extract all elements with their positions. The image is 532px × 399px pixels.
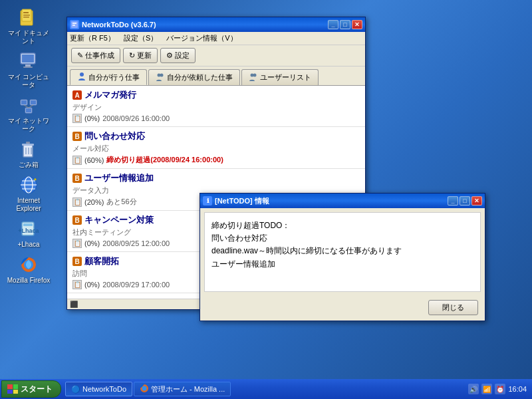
- windows-logo: [7, 384, 18, 394]
- task-remaining: あと56分: [106, 197, 136, 207]
- refresh-icon: ↻: [129, 51, 135, 60]
- task-date: 2008/09/25 12:00:00: [102, 239, 170, 247]
- dialog-line-3: deadline.wav～時間以内に締切になる仕事があります: [211, 245, 473, 257]
- dialog-close-title[interactable]: ✕: [471, 196, 482, 205]
- toolbar: ✎ 仕事作成 ↻ 更新 ⚙ 設定: [67, 45, 365, 66]
- task-progress-icon: 📋: [72, 239, 82, 248]
- svg-rect-3: [23, 15, 30, 16]
- task-progress: (0%): [84, 114, 100, 122]
- svg-rect-29: [23, 223, 33, 226]
- my-computer-icon[interactable]: マイ コンピュータ: [5, 51, 52, 89]
- my-network-icon[interactable]: マイ ネットワーク: [5, 94, 52, 133]
- dialog-window: ℹ [NetTODO] 情報 _ □ ✕ 締め切り超過TODO： 問い合わせ対応…: [200, 193, 485, 321]
- settings-button[interactable]: ⚙ 設定: [160, 48, 196, 63]
- settings-icon: ⚙: [166, 51, 173, 60]
- priority-badge: A: [72, 90, 82, 100]
- desktop-icons: マイ ドキュメント マイ コンピュータ: [5, 7, 52, 285]
- taskbar-item-icon: 🔵: [71, 385, 80, 394]
- svg-rect-7: [25, 65, 31, 66]
- svg-rect-8: [23, 66, 33, 68]
- desktop: マイ ドキュメント マイ コンピュータ: [0, 0, 532, 399]
- maximize-button[interactable]: □: [340, 20, 350, 29]
- svg-point-42: [142, 386, 147, 391]
- priority-badge: B: [72, 257, 82, 266]
- svg-rect-18: [22, 144, 34, 146]
- task-date: 2008/09/29 17:00:00: [102, 281, 170, 289]
- task-progress: (0%): [84, 281, 100, 289]
- task-progress: (20%): [84, 198, 104, 206]
- task-progress-icon: 📋: [72, 156, 82, 165]
- priority-badge: B: [72, 132, 82, 141]
- tray-icon-3[interactable]: ⏰: [495, 384, 505, 394]
- dialog-line-2: 問い合わせ対応: [211, 232, 473, 245]
- svg-point-36: [80, 72, 84, 76]
- main-window-titlebar[interactable]: NetworkToDo (v3.6.7) _ □ ✕: [67, 17, 365, 32]
- tray-icon-2[interactable]: 📶: [481, 384, 492, 394]
- start-button[interactable]: スタート: [1, 380, 61, 398]
- svg-rect-12: [31, 100, 36, 104]
- svg-rect-14: [26, 108, 31, 112]
- task-progress-icon: 📋: [72, 198, 82, 207]
- menu-settings[interactable]: 設定（S）: [124, 34, 158, 42]
- my-documents-icon[interactable]: マイ ドキュメント: [5, 7, 52, 45]
- task-category: デザイン: [72, 102, 360, 112]
- refresh-button[interactable]: ↻ 更新: [123, 48, 158, 63]
- task-progress: (0%): [84, 239, 100, 247]
- dialog-maximize[interactable]: □: [460, 196, 470, 205]
- create-task-icon: ✎: [77, 51, 83, 60]
- svg-text:+Lhaca: +Lhaca: [18, 227, 39, 234]
- dialog-titlebar[interactable]: ℹ [NetTODO] 情報 _ □ ✕: [200, 194, 485, 208]
- system-time: 16:04: [508, 385, 527, 393]
- taskbar: スタート 🔵 NetworkToDo 管理ホーム - Mozilla ... �: [0, 379, 532, 399]
- dialog-content: 締め切り超過TODO： 問い合わせ対応 deadline.wav～時間以内に締切…: [204, 212, 481, 292]
- tab-bar: 自分が行う仕事 自分が依頼した仕事: [67, 66, 365, 86]
- tab-delegated-icon: [156, 72, 165, 83]
- lhaca-icon[interactable]: +Lhaca +Lhaca: [5, 218, 52, 249]
- priority-badge: B: [72, 174, 82, 183]
- task-progress-icon: 📋: [72, 114, 82, 123]
- tab-user-list[interactable]: ユーザーリスト: [241, 69, 319, 85]
- menu-version[interactable]: バージョン情報（V）: [166, 34, 237, 42]
- task-progress: (60%): [84, 156, 104, 164]
- task-date: 2008/09/26 16:00:00: [102, 114, 170, 122]
- close-button[interactable]: ✕: [352, 20, 362, 29]
- svg-rect-10: [21, 100, 27, 104]
- main-window-title: NetworkToDo (v3.6.7): [82, 21, 156, 29]
- task-category: メール対応: [72, 144, 360, 154]
- task-progress-icon: 📋: [72, 280, 82, 289]
- dialog-buttons: 閉じる: [200, 296, 485, 321]
- firefox-icon[interactable]: Mozilla Firefox: [5, 254, 52, 285]
- svg-rect-6: [22, 55, 34, 63]
- dialog-minimize[interactable]: _: [448, 196, 458, 205]
- close-dialog-button[interactable]: 閉じる: [428, 300, 478, 315]
- taskbar-item-mozilla[interactable]: 管理ホーム - Mozilla ...: [134, 382, 231, 396]
- taskbar-items: 🔵 NetworkToDo 管理ホーム - Mozilla ...: [63, 382, 463, 396]
- svg-rect-2: [23, 12, 29, 13]
- svg-line-15: [24, 105, 29, 108]
- taskbar-item-networktodo[interactable]: 🔵 NetworkToDo: [65, 382, 132, 396]
- taskbar-item-firefox-icon: [140, 384, 149, 394]
- svg-point-38: [160, 73, 164, 76]
- dialog-icon: ℹ: [203, 196, 212, 205]
- svg-rect-19: [26, 142, 30, 144]
- status-text: ⬛: [70, 301, 78, 308]
- recycle-bin-icon[interactable]: ごみ箱: [5, 138, 52, 169]
- task-item[interactable]: A メルマガ発行 デザイン 📋 (0%) 2008/09/26 16:00:00: [67, 86, 365, 127]
- tab-delegated-tasks[interactable]: 自分が依頼した仕事: [148, 69, 240, 85]
- svg-rect-33: [71, 21, 78, 28]
- tab-my-tasks[interactable]: 自分が行う仕事: [70, 69, 147, 85]
- task-item[interactable]: B 問い合わせ対応 メール対応 📋 (60%) 締め切り超過(2008/09/2…: [67, 127, 365, 169]
- app-icon: [70, 20, 79, 29]
- window-controls: _ □ ✕: [328, 20, 362, 29]
- tab-my-tasks-icon: [77, 72, 86, 82]
- taskbar-tray: 🔊 📶 ⏰ 16:04: [463, 384, 532, 394]
- menu-update[interactable]: 更新（R F5）: [70, 34, 115, 42]
- priority-badge: B: [72, 215, 82, 225]
- svg-line-16: [29, 105, 33, 108]
- dialog-line-4: ユーザー情報追加: [211, 258, 473, 271]
- svg-rect-4: [23, 17, 29, 18]
- tray-icon-1[interactable]: 🔊: [468, 384, 479, 394]
- minimize-button[interactable]: _: [328, 20, 338, 29]
- create-task-button[interactable]: ✎ 仕事作成: [71, 48, 120, 63]
- ie-icon[interactable]: Internet Explorer: [5, 174, 52, 213]
